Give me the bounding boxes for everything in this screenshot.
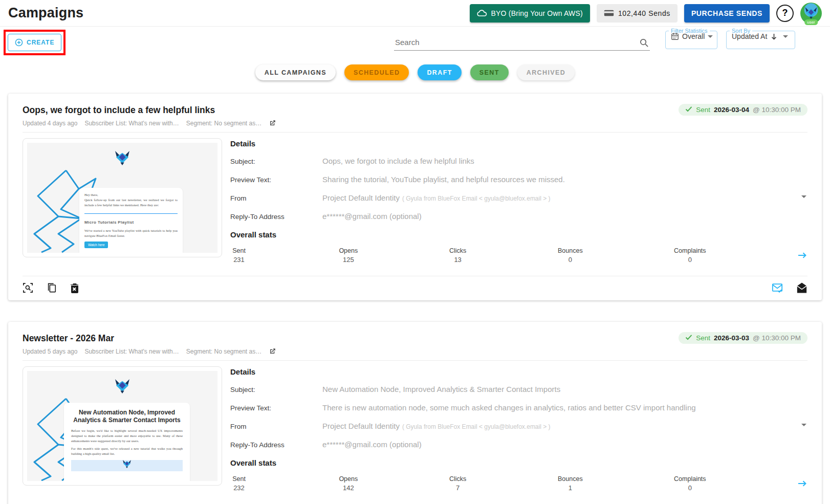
plus-circle-icon [15, 38, 23, 47]
preview-text-value: There is new automation node, some much … [322, 403, 696, 412]
sent-status-label: Sent [696, 334, 710, 342]
from-value: Project Default Identity [322, 422, 400, 430]
credit-card-icon [604, 9, 614, 17]
stat-opens: Opens 125 [339, 247, 358, 264]
tab-draft[interactable]: DRAFT [418, 64, 461, 80]
check-icon [685, 106, 692, 114]
tab-archived[interactable]: ARCHIVED [517, 64, 575, 80]
subscriber-list-label: Subscriber List: What's new with… [84, 120, 179, 127]
tab-scheduled[interactable]: SCHEDULED [344, 64, 409, 80]
duplicate-campaign-icon[interactable] [47, 282, 57, 293]
segment-label: Segment: No segment as… [186, 120, 261, 127]
open-in-new-icon[interactable] [269, 347, 276, 355]
preview-text-label: Preview Text: [230, 404, 322, 412]
filter-statistics-value: Overall [682, 32, 705, 40]
email-banner [71, 460, 183, 471]
help-button[interactable]: ? [776, 5, 794, 22]
card-header-divider [23, 132, 807, 133]
sort-by-select[interactable]: Sort By Updated At [726, 28, 795, 49]
email-section-title: Micro Tutorials Playlist [84, 220, 178, 225]
fox-logo-icon [804, 7, 818, 19]
replyto-label: Reply-To Address [230, 441, 322, 449]
preview-text-value: Sharing the tutorial, YouTube playlist, … [322, 175, 565, 184]
campaign-title: Oops, we forgot to include a few helpful… [23, 104, 215, 116]
stat-complaints: Complaints 0 [674, 247, 706, 264]
arrow-down-icon[interactable] [770, 33, 778, 40]
replyto-value: e******@gmail.com (optional) [322, 212, 422, 221]
sort-by-value: Updated At [732, 32, 767, 40]
stats-arrow-icon[interactable] [797, 479, 807, 488]
from-label: From [230, 423, 322, 430]
sent-status-badge: Sent 2026-03-04 @ 10:30:00 PM [679, 104, 807, 116]
stats-row: Sent 232 Opens 142 Clicks 7 Bounces 1 Co… [230, 475, 807, 492]
campaign-card: Newsletter - 2026 Mar Sent 2026-03-03 @ … [8, 322, 822, 504]
fox-logo-icon [114, 151, 130, 167]
email-divider [84, 213, 178, 214]
filter-statistics-select[interactable]: Filter Statistics Overall [665, 28, 717, 49]
from-value: Project Default Identity [322, 193, 400, 202]
stat-complaints: Complaints 0 [674, 475, 706, 492]
stat-clicks: Clicks 7 [449, 475, 467, 492]
chevron-down-icon[interactable] [801, 424, 806, 426]
email-section-body: We've started a new YouTube playlist wit… [84, 228, 178, 238]
byo-aws-button[interactable]: BYO (Bring Your Own AWS) [470, 4, 590, 23]
sent-date: 2026-03-04 [714, 106, 749, 114]
status-tabs: ALL CAMPAIGNS SCHEDULED DRAFT SENT ARCHI… [0, 64, 830, 80]
email-body-2: For this month's side quest, we've relea… [71, 446, 183, 456]
purchase-sends-button[interactable]: PURCHASE SENDS [684, 4, 770, 23]
subject-label: Subject: [230, 158, 322, 165]
overall-stats-heading: Overall stats [230, 230, 807, 239]
search-input[interactable] [394, 35, 650, 51]
preview-campaign-icon[interactable] [23, 282, 33, 293]
card-action-toolbar [23, 276, 807, 300]
updated-ago-label: Updated 5 days ago [23, 348, 77, 355]
email-preview-thumbnail[interactable]: Hey there, Quick follow-up from our last… [23, 138, 222, 257]
fox-logo-icon [114, 379, 130, 396]
replyto-value: e******@gmail.com (optional) [322, 440, 422, 449]
from-identity-detail: ( Gyula from BlueFox Email < gyula@bluef… [402, 195, 551, 202]
segment-label: Segment: No segment as… [186, 348, 261, 355]
search-icon[interactable] [639, 38, 649, 50]
from-identity-detail: ( Gyula from BlueFox Email < gyula@bluef… [402, 423, 551, 430]
test-email-icon[interactable] [772, 283, 783, 293]
delete-campaign-icon[interactable] [70, 283, 79, 293]
tab-sent[interactable]: SENT [470, 64, 509, 80]
campaign-title: Newsletter - 2026 Mar [23, 332, 114, 344]
inbox-preview-icon[interactable] [796, 282, 807, 293]
avatar[interactable]: user [800, 3, 822, 24]
app-header: Campaigns BYO (Bring Your Own AWS) 102,4… [0, 0, 830, 27]
email-watch-button: Watch here [84, 242, 108, 248]
search-field [394, 35, 650, 51]
stat-clicks: Clicks 13 [449, 247, 467, 264]
create-campaign-button[interactable]: CREATE [8, 34, 61, 51]
sent-status-badge: Sent 2026-03-03 @ 10:30:00 PM [679, 332, 807, 344]
email-preview-thumbnail[interactable]: New Automation Node, Improved Analytics … [23, 366, 222, 486]
sent-date: 2026-03-03 [714, 334, 749, 342]
header-actions: BYO (Bring Your Own AWS) 102,440 Sends P… [470, 3, 822, 24]
stats-arrow-icon[interactable] [797, 251, 807, 259]
purchase-sends-label: PURCHASE SENDS [691, 9, 762, 17]
check-icon [685, 334, 692, 342]
details-heading: Details [230, 139, 807, 148]
sends-count-label: 102,440 Sends [618, 9, 670, 17]
page-title: Campaigns [8, 5, 83, 21]
preview-text-label: Preview Text: [230, 176, 322, 184]
updated-ago-label: Updated 4 days ago [23, 120, 77, 127]
chevron-down-icon[interactable] [801, 195, 806, 198]
email-heading: New Automation Node, Improved Analytics … [71, 409, 183, 424]
email-intro: Quick follow-up from our last newsletter… [84, 198, 178, 208]
fox-logo-icon [122, 460, 132, 468]
campaign-details: Details Subject: New Automation Node, Im… [230, 366, 807, 499]
from-label: From [230, 194, 322, 202]
tab-all-campaigns[interactable]: ALL CAMPAIGNS [255, 64, 336, 80]
sends-count-chip[interactable]: 102,440 Sends [597, 4, 678, 23]
chevron-down-icon [708, 35, 713, 38]
byo-label: BYO (Bring Your Own AWS) [491, 9, 583, 17]
annotation-highlight: CREATE [4, 30, 65, 55]
chevron-down-icon [783, 35, 788, 38]
open-in-new-icon[interactable] [269, 119, 276, 127]
replyto-label: Reply-To Address [230, 213, 322, 221]
sent-time: @ 10:30:00 PM [753, 106, 801, 114]
campaign-details: Details Subject: Oops, we forgot to incl… [230, 138, 807, 271]
subject-value: Oops, we forgot to include a few helpful… [322, 157, 474, 165]
